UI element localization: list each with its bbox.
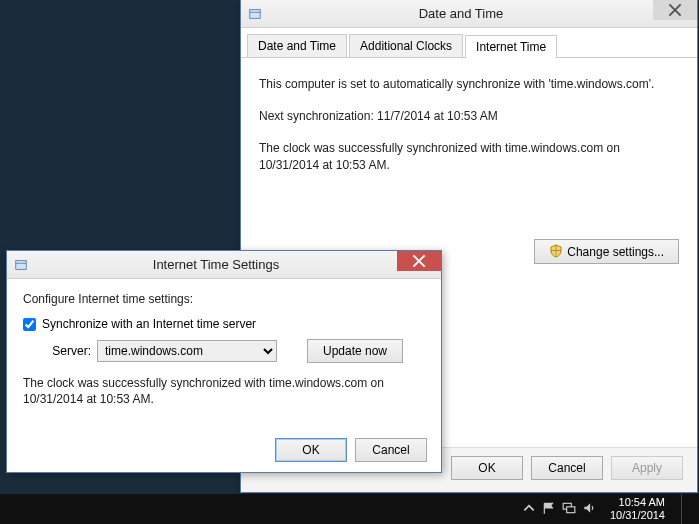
window-icon [13,257,29,273]
desktop: Date and Time Date and Time Additional C… [0,0,699,494]
close-button[interactable] [653,0,697,20]
svg-rect-0 [250,9,261,18]
volume-icon[interactable] [582,501,596,517]
system-tray: 10:54 AM 10/31/2014 [522,494,687,524]
tab-content: This computer is set to automatically sy… [241,58,697,199]
tab-strip: Date and Time Additional Clocks Internet… [241,28,697,58]
synchronize-label[interactable]: Synchronize with an Internet time server [42,317,256,331]
instruction-text: Configure Internet time settings: [23,291,425,307]
tab-additional-clocks[interactable]: Additional Clocks [349,34,463,57]
window-title: Date and Time [269,6,653,21]
status-text: The clock was successfully synchronized … [23,375,425,407]
taskbar-clock[interactable]: 10:54 AM 10/31/2014 [610,496,665,522]
change-settings-button[interactable]: Change settings... [534,239,679,264]
titlebar[interactable]: Date and Time [241,0,697,28]
next-sync-text: Next synchronization: 11/7/2014 at 10:53… [259,108,679,124]
synchronize-checkbox[interactable] [23,318,36,331]
update-now-button[interactable]: Update now [307,339,403,363]
cancel-button[interactable]: Cancel [531,456,603,480]
shield-icon [549,244,563,258]
internet-time-settings-window: Internet Time Settings Configure Interne… [6,250,442,473]
ok-button[interactable]: OK [451,456,523,480]
server-select[interactable]: time.windows.com [97,340,277,362]
window-title: Internet Time Settings [35,257,397,272]
ok-button[interactable]: OK [275,438,347,462]
last-sync-text: The clock was successfully synchronized … [259,140,679,172]
tab-date-and-time[interactable]: Date and Time [247,34,347,57]
titlebar[interactable]: Internet Time Settings [7,251,441,279]
server-label: Server: [35,344,91,358]
svg-rect-9 [567,507,575,513]
apply-button[interactable]: Apply [611,456,683,480]
taskbar-time: 10:54 AM [610,496,665,509]
tab-internet-time[interactable]: Internet Time [465,35,557,58]
flag-icon[interactable] [542,501,556,517]
window-icon [247,6,263,22]
svg-rect-4 [16,260,27,269]
tray-chevron-icon[interactable] [522,501,536,517]
network-icon[interactable] [562,501,576,517]
taskbar[interactable]: 10:54 AM 10/31/2014 [0,494,699,524]
close-button[interactable] [397,251,441,271]
show-desktop-button[interactable] [681,494,687,524]
sync-info-text: This computer is set to automatically sy… [259,76,679,92]
change-settings-label: Change settings... [567,245,664,259]
cancel-button[interactable]: Cancel [355,438,427,462]
dialog-buttons: OK Cancel [275,438,427,462]
taskbar-date: 10/31/2014 [610,509,665,522]
